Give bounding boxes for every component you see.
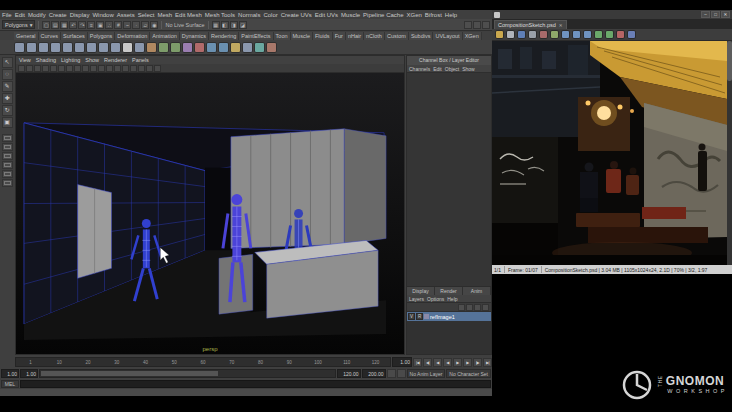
attribute-editor-toggle-icon[interactable]	[464, 21, 472, 29]
copy-icon[interactable]	[550, 30, 559, 39]
channel-box-menu-item[interactable]: Channels	[409, 66, 430, 72]
persp-uv-layout[interactable]	[2, 179, 13, 187]
minimize-button[interactable]: –	[701, 11, 710, 18]
menu-item[interactable]: Edit UVs	[315, 12, 338, 18]
render-settings-icon[interactable]: ◪	[239, 21, 247, 29]
poly-cone-icon[interactable]	[74, 42, 85, 53]
menu-item[interactable]: Select	[138, 12, 155, 18]
undo-icon[interactable]: ↶	[69, 21, 77, 29]
bridge-icon[interactable]	[218, 42, 229, 53]
separate-icon[interactable]	[170, 42, 181, 53]
poly-sphere-icon[interactable]	[14, 42, 25, 53]
panel-menu-item[interactable]: Shading	[36, 57, 56, 63]
image-plane-icon[interactable]	[50, 65, 57, 72]
wireframe-on-shaded-icon[interactable]	[146, 65, 153, 72]
slideshow-icon[interactable]	[616, 30, 625, 39]
persp-graph-layout[interactable]	[2, 161, 13, 169]
poly-pyramid-icon[interactable]	[86, 42, 97, 53]
command-line-language-toggle[interactable]: MEL	[1, 380, 19, 388]
snap-to-grid-icon[interactable]: #	[114, 21, 122, 29]
shelf-tab[interactable]: UVLayout	[433, 32, 462, 40]
menu-item[interactable]: Modify	[28, 12, 46, 18]
rotate-tool-icon[interactable]: ↻	[2, 105, 13, 116]
safe-title-icon[interactable]	[122, 65, 129, 72]
panel-menu-item[interactable]: Renderer	[104, 57, 127, 63]
document-tab[interactable]: CompositionSketch.psd ✕	[494, 20, 567, 29]
multi-cut-icon[interactable]	[230, 42, 241, 53]
auto-keyframe-toggle-icon[interactable]	[387, 369, 396, 378]
layer-row[interactable]: V R refImage1	[407, 312, 491, 321]
extrude-icon[interactable]	[206, 42, 217, 53]
animation-end-field[interactable]: 200.00	[362, 369, 386, 378]
safe-action-icon[interactable]	[114, 65, 121, 72]
lock-camera-icon[interactable]	[26, 65, 33, 72]
poly-torus-icon[interactable]	[62, 42, 73, 53]
panel-menu-item[interactable]: Show	[85, 57, 99, 63]
shelf-tab[interactable]: PaintEffects	[239, 32, 273, 40]
render-view-icon[interactable]: ▦	[212, 21, 220, 29]
shelf-tab[interactable]: Subdivs	[409, 32, 434, 40]
next-frame-button[interactable]: ▶	[463, 358, 472, 367]
menu-item[interactable]: Color	[263, 12, 277, 18]
select-camera-icon[interactable]	[18, 65, 25, 72]
tool-settings-toggle-icon[interactable]	[473, 21, 481, 29]
snap-to-point-icon[interactable]: ·	[132, 21, 140, 29]
cut-icon[interactable]	[539, 30, 548, 39]
image-canvas[interactable]	[492, 41, 732, 265]
snap-to-plane-icon[interactable]: ▱	[141, 21, 149, 29]
rotate-cw-icon[interactable]	[605, 30, 614, 39]
select-component-icon[interactable]: ∴	[105, 21, 113, 29]
menu-item[interactable]: Edit	[15, 12, 25, 18]
make-live-icon[interactable]: ◉	[150, 21, 158, 29]
shelf-tab[interactable]: Dynamics	[180, 32, 209, 40]
target-weld-icon[interactable]	[266, 42, 277, 53]
playback-start-field[interactable]: 1.00	[20, 369, 38, 378]
four-pane-layout[interactable]	[2, 143, 13, 151]
range-slider[interactable]	[39, 369, 336, 378]
gate-mask-icon[interactable]	[98, 65, 105, 72]
shelf-tab[interactable]: Custom	[385, 32, 409, 40]
go-to-range-start-button[interactable]: |◀	[413, 358, 422, 367]
shelf-tab[interactable]: General	[14, 32, 39, 40]
select-object-icon[interactable]: ▣	[96, 21, 104, 29]
vertical-scrollbar[interactable]	[727, 41, 732, 265]
open-scene-icon[interactable]: ▤	[51, 21, 59, 29]
layer-editor-tab[interactable]: Render	[435, 287, 463, 295]
play-forward-button[interactable]: ▶	[453, 358, 462, 367]
layer-editor-tab[interactable]: Display	[407, 287, 435, 295]
platonic-solids-icon[interactable]	[134, 42, 145, 53]
menu-item[interactable]: Mesh	[157, 12, 172, 18]
layer-editor-menu-item[interactable]: Help	[447, 296, 457, 302]
channel-box-toggle-icon[interactable]	[482, 21, 490, 29]
poly-plane-icon[interactable]	[50, 42, 61, 53]
menu-item[interactable]: Pipeline Cache	[363, 12, 403, 18]
snap-to-curve-icon[interactable]: ~	[123, 21, 131, 29]
layer-visibility-toggle[interactable]: V	[408, 313, 415, 320]
shelf-tab[interactable]: Fluids	[313, 32, 333, 40]
current-time-field[interactable]: 1.00	[392, 357, 412, 367]
selection-mask-dropdown[interactable]: Polygons ▾	[2, 20, 35, 29]
layer-color-swatch[interactable]	[424, 314, 429, 319]
range-slider-bar[interactable]	[41, 371, 218, 376]
prev-frame-button[interactable]: ◀	[433, 358, 442, 367]
scale-tool-icon[interactable]: ▣	[2, 117, 13, 128]
anim-layer-selector[interactable]: No Anim Layer	[407, 369, 446, 378]
browse-icon[interactable]	[506, 30, 515, 39]
bookmarks-icon[interactable]	[42, 65, 49, 72]
menu-item[interactable]: Window	[92, 12, 113, 18]
save-scene-icon[interactable]: ▦	[60, 21, 68, 29]
sculpt-tool-icon[interactable]	[146, 42, 157, 53]
new-empty-layer-icon[interactable]	[458, 304, 465, 311]
channel-box-menu-item[interactable]: Edit	[433, 66, 442, 72]
field-chart-icon[interactable]	[106, 65, 113, 72]
character-set-selector[interactable]: No Character Set	[446, 369, 491, 378]
poly-soccerball-icon[interactable]	[122, 42, 133, 53]
move-layer-down-icon[interactable]	[482, 304, 489, 311]
lasso-tool-icon[interactable]: ◌	[2, 69, 13, 80]
redo-icon[interactable]: ↷	[78, 21, 86, 29]
menu-item[interactable]: Help	[445, 12, 457, 18]
booleans-icon[interactable]	[194, 42, 205, 53]
shelf-tab[interactable]: nCloth	[364, 32, 385, 40]
2d-pan-zoom-icon[interactable]	[58, 65, 65, 72]
isolate-select-icon[interactable]	[130, 65, 137, 72]
